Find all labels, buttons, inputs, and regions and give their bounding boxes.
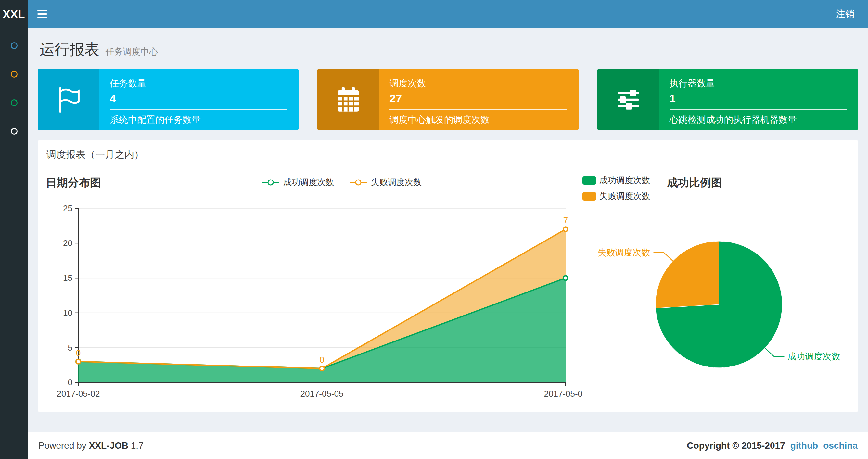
stat-box-trigger-count: 调度次数 27 调度中心触发的调度次数 (317, 69, 578, 130)
page-subtitle: 任务调度中心 (105, 47, 158, 57)
page-header: 运行报表 任务调度中心 (38, 28, 858, 69)
legend-label: 成功调度次数 (599, 175, 650, 186)
svg-text:20: 20 (63, 238, 72, 248)
line-chart-title: 日期分布图 (46, 174, 101, 190)
legend-label: 失败调度次数 (371, 176, 422, 188)
top-navbar: XXL 注销 (0, 0, 868, 28)
stat-box-content: 任务数量 4 系统中配置的任务数量 (99, 69, 299, 130)
github-link[interactable]: github (790, 440, 818, 451)
svg-text:0: 0 (320, 355, 324, 364)
svg-text:0: 0 (68, 378, 72, 387)
stat-divider (670, 109, 846, 110)
legend-item-成功调度次数[interactable]: 成功调度次数 (583, 175, 650, 186)
pie-chart-svg: 成功调度次数失败调度次数 (583, 197, 842, 405)
svg-text:25: 25 (63, 203, 72, 213)
stat-value: 27 (390, 92, 566, 105)
stat-title: 执行器数量 (670, 77, 846, 90)
product-name: XXL-JOB (89, 440, 128, 451)
copyright-text: Copyright © 2015-2017 (687, 440, 785, 451)
line-legend-marker (261, 179, 280, 186)
svg-text:5: 5 (68, 343, 72, 353)
stat-divider (110, 109, 287, 110)
svg-text:2017-05-02: 2017-05-02 (57, 389, 100, 399)
circle-icon (11, 42, 18, 49)
legend-item-失败调度次数[interactable]: 失败调度次数 (349, 176, 422, 188)
stat-box-job-count: 任务数量 4 系统中配置的任务数量 (38, 69, 299, 130)
pie-chart-title: 成功比例图 (667, 174, 722, 190)
pie-chart[interactable]: 成功调度次数失败调度次数 (583, 197, 842, 406)
page-title: 运行报表 (40, 41, 99, 58)
circle-icon (11, 71, 18, 77)
report-panel: 调度报表（一月之内） 日期分布图 成功调度次数失败调度次数 0510152025… (38, 140, 858, 412)
stat-description: 心跳检测成功的执行器机器数量 (670, 113, 846, 126)
stat-description: 调度中心触发的调度次数 (390, 113, 566, 126)
flag-icon (54, 86, 83, 114)
svg-text:成功调度次数: 成功调度次数 (787, 352, 840, 361)
stat-box-executor-count: 执行器数量 1 心跳检测成功的执行器机器数量 (597, 69, 858, 130)
stat-title: 调度次数 (390, 77, 566, 90)
svg-text:2017-05-08: 2017-05-08 (544, 389, 582, 399)
stat-value: 1 (670, 92, 846, 105)
sidebar-toggle-button[interactable] (28, 0, 57, 28)
sidebar-item-run-report[interactable] (0, 31, 28, 60)
sliders-icon (614, 86, 643, 114)
hamburger-icon (37, 10, 47, 18)
footer: Powered by XXL-JOB 1.7 Copyright © 2015-… (28, 432, 868, 459)
line-legend-marker (349, 179, 368, 186)
stat-divider (390, 109, 566, 110)
line-chart-section: 日期分布图 成功调度次数失败调度次数 05101520252017-05-022… (46, 174, 582, 409)
stat-description: 系统中配置的任务数量 (110, 113, 287, 126)
line-chart-svg: 05101520252017-05-022017-05-052017-05-08… (46, 197, 582, 408)
app-logo[interactable]: XXL (0, 0, 28, 28)
sidebar (0, 28, 28, 459)
line-chart-legend: 成功调度次数失败调度次数 (101, 174, 582, 188)
circle-icon (11, 128, 18, 135)
product-version: 1.7 (131, 440, 144, 451)
legend-swatch (583, 176, 596, 185)
legend-item-成功调度次数[interactable]: 成功调度次数 (261, 176, 334, 188)
main-content: 运行报表 任务调度中心 任务数量 4 系统中配置的任务数量 (28, 28, 868, 432)
stat-box-content: 调度次数 27 调度中心触发的调度次数 (379, 69, 578, 130)
legend-label: 成功调度次数 (283, 176, 334, 188)
stat-value: 4 (110, 92, 287, 105)
oschina-link[interactable]: oschina (823, 440, 858, 451)
stat-box-row: 任务数量 4 系统中配置的任务数量 (38, 69, 858, 130)
stat-box-content: 执行器数量 1 心跳检测成功的执行器机器数量 (659, 69, 858, 130)
stat-title: 任务数量 (110, 77, 287, 90)
svg-text:15: 15 (63, 273, 72, 283)
report-panel-body: 日期分布图 成功调度次数失败调度次数 05101520252017-05-022… (38, 169, 858, 409)
powered-by-prefix: Powered by (38, 440, 86, 451)
svg-text:0: 0 (76, 348, 81, 358)
calendar-icon (334, 86, 363, 114)
powered-by: Powered by XXL-JOB 1.7 (38, 440, 144, 451)
svg-text:10: 10 (63, 308, 72, 318)
sidebar-item-help[interactable] (0, 117, 28, 145)
stat-icon-area (38, 69, 99, 130)
sidebar-item-job-manage[interactable] (0, 60, 28, 88)
line-chart[interactable]: 05101520252017-05-022017-05-052017-05-08… (46, 197, 582, 409)
circle-icon (11, 99, 18, 106)
sidebar-item-dispatch-log[interactable] (0, 88, 28, 117)
stat-icon-area (597, 69, 659, 130)
report-panel-title: 调度报表（一月之内） (38, 140, 858, 169)
logout-link[interactable]: 注销 (823, 0, 868, 28)
stat-icon-area (317, 69, 379, 130)
pie-chart-section: 成功调度次数失败调度次数 成功比例图 成功调度次数失败调度次数 (583, 174, 842, 409)
svg-text:2017-05-05: 2017-05-05 (301, 389, 344, 399)
svg-text:7: 7 (563, 216, 568, 225)
svg-text:失败调度次数: 失败调度次数 (598, 248, 650, 257)
